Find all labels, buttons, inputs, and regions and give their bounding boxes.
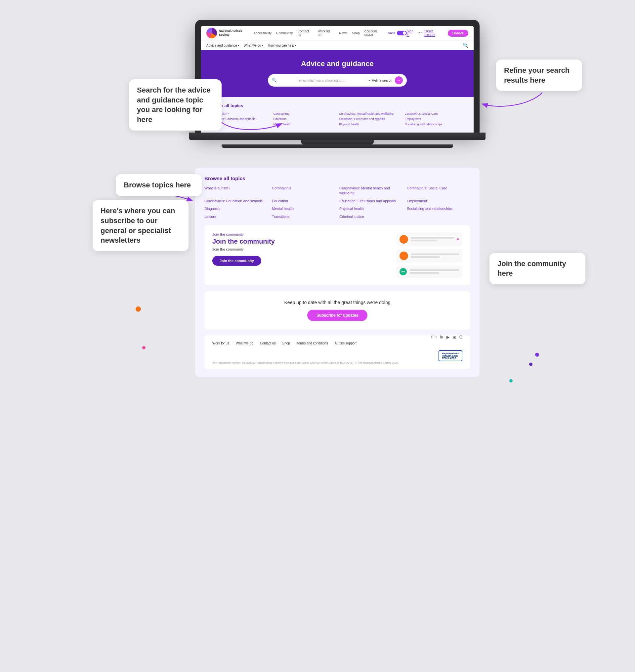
social-linkedin[interactable]: in xyxy=(440,335,443,339)
search-input[interactable]: Tell us what you are looking for... xyxy=(280,79,363,82)
search-go-button[interactable]: → xyxy=(395,76,403,84)
topic-link[interactable]: Socialising and relationships xyxy=(405,122,467,126)
callout-community: Join the community here xyxy=(489,253,585,284)
search-icon[interactable]: 🔍 xyxy=(463,43,468,48)
social-facebook[interactable]: f xyxy=(431,335,432,339)
lower-topic-link[interactable]: Education: Exclusions and appeals xyxy=(339,199,403,204)
footer-links: Work for us What we do Contact us Shop T… xyxy=(212,341,462,345)
community-card-2 xyxy=(396,249,462,263)
laptop-topics-section: Browse all topics What is autism? Corona… xyxy=(201,97,474,133)
social-instagram[interactable]: ◉ xyxy=(453,335,456,339)
site-hero: Advice and guidance 🔍 Tell us what you a… xyxy=(201,50,474,97)
refine-search-button[interactable]: ≡ Refine search xyxy=(366,79,392,82)
laptop-frame: National Autistic Society Accessibility … xyxy=(195,20,480,133)
card-lines-3 xyxy=(410,269,459,274)
topic-link[interactable]: Coronavirus: Mental health and wellbeing xyxy=(339,112,401,115)
filter-icon: ≡ xyxy=(368,79,370,82)
laptop-screen: National Autistic Society Accessibility … xyxy=(201,26,474,133)
lower-topic-link[interactable]: Physical health xyxy=(339,206,403,211)
nav-how-help[interactable]: How you can help xyxy=(268,44,296,47)
topbar-nav: Accessibility Community Contact us Work … xyxy=(253,29,407,37)
nav-news[interactable]: News xyxy=(339,31,347,35)
footer-social: f t in ▶ ◉ G xyxy=(431,335,462,339)
card-lines-1 xyxy=(411,237,454,241)
callout-search: Search for the advice and guidance topic… xyxy=(129,79,222,131)
lower-topic-link[interactable]: Transitions xyxy=(272,214,335,219)
site-footer: f t in ▶ ◉ G Work for us What we do Cont… xyxy=(204,336,470,369)
nav-advice[interactable]: Advice and guidance xyxy=(206,44,239,47)
community-section: Join the community Join the community Jo… xyxy=(204,225,470,285)
site-mainnav: Advice and guidance What we do How you c… xyxy=(201,41,474,50)
or-label: or xyxy=(419,31,422,35)
topic-link[interactable]: Mental health xyxy=(273,122,336,126)
lower-topic-link[interactable]: What is autism? xyxy=(204,186,268,196)
topic-link[interactable]: Education: Exclusions and appeals xyxy=(339,117,401,121)
nav-what-we-do[interactable]: What we do xyxy=(244,44,263,47)
logo-text: National Autistic Society xyxy=(219,29,254,37)
lower-topic-link[interactable]: Coronavirus: Social Care xyxy=(407,186,470,196)
lower-topic-link[interactable]: Coronavirus xyxy=(272,186,335,196)
callout-search-text: Search for the advice and guidance topic… xyxy=(137,86,211,124)
topic-link[interactable]: Education xyxy=(273,117,336,121)
avatar-user-3: GW xyxy=(399,268,407,275)
footer-autism[interactable]: Autism support xyxy=(334,341,356,345)
lower-topic-link[interactable]: Coronavirus: Mental health and wellbeing xyxy=(339,186,403,196)
card-line xyxy=(411,237,454,239)
card-line-short xyxy=(410,272,439,274)
colour-mode-label: COLOUR MODE xyxy=(365,30,387,36)
colour-mode-toggle[interactable] xyxy=(397,31,407,36)
lower-card: Browse all topics What is autism? Corona… xyxy=(195,167,480,377)
topic-link[interactable]: Coronavirus: Social Care xyxy=(405,112,467,115)
footer-work[interactable]: Work for us xyxy=(212,341,229,345)
refine-label: Refine search xyxy=(372,79,392,82)
callout-newsletter-text: Here's where you can subscribe to our ge… xyxy=(101,207,175,244)
social-twitter[interactable]: t xyxy=(436,335,437,339)
card-line-short xyxy=(411,240,437,241)
nav-accessibility[interactable]: Accessibility xyxy=(253,31,271,35)
footer-legal: VAT registration number: 653370930, regi… xyxy=(212,361,462,364)
nav-contact[interactable]: Contact us xyxy=(298,29,313,37)
create-account-link[interactable]: Create account xyxy=(424,29,446,37)
nav-community[interactable]: Community xyxy=(276,31,293,35)
footer-what[interactable]: What we do xyxy=(236,341,253,345)
footer-shop[interactable]: Shop xyxy=(282,341,290,345)
lower-topic-link[interactable]: Education xyxy=(272,199,335,204)
lower-topic-link[interactable]: Mental health xyxy=(272,206,335,211)
lower-topic-link[interactable]: Criminal justice xyxy=(339,214,403,219)
dot-purple-right xyxy=(535,353,539,357)
join-community-button[interactable]: Join the community xyxy=(212,256,261,266)
topic-link[interactable]: Coronavirus xyxy=(273,112,336,115)
lower-topic-link[interactable]: Socialising and relationships xyxy=(407,206,470,211)
search-icon-inner: 🔍 xyxy=(272,78,277,83)
subscribe-button[interactable]: Subscribe for updates xyxy=(307,310,368,321)
sign-in-link[interactable]: Sign in xyxy=(407,29,417,37)
dot-orange xyxy=(136,307,141,312)
lower-topic-link[interactable]: Coronavirus: Education and schools xyxy=(204,199,268,204)
heart-icon: ♥ xyxy=(457,237,459,242)
donate-button[interactable]: Donate xyxy=(448,30,468,37)
lower-topic-link[interactable]: Leisure xyxy=(204,214,268,219)
topic-link[interactable]: Physical health xyxy=(339,122,401,126)
mainnav-right: 🔍 xyxy=(463,43,468,48)
search-bar: 🔍 Tell us what you are looking for... ≡ … xyxy=(268,74,407,87)
community-card-3: GW xyxy=(396,265,462,278)
social-youtube[interactable]: ▶ xyxy=(446,335,450,339)
newsletter-section: Keep up to date with all the great thing… xyxy=(204,291,470,330)
topics-grid: What is autism? Coronavirus Coronavirus:… xyxy=(208,112,467,126)
social-google[interactable]: G xyxy=(459,335,462,339)
card-line xyxy=(411,253,459,255)
nav-shop[interactable]: Shop xyxy=(352,31,359,35)
colour-mode-value: Vivid xyxy=(388,31,395,35)
nav-work[interactable]: Work for us xyxy=(318,29,334,37)
fr-badge: Registered with FUNDRAISING REGULATOR xyxy=(439,350,462,361)
topic-link[interactable]: Employment xyxy=(405,117,467,121)
toggle-knob xyxy=(403,31,406,35)
callout-refine-text: Refine your search results here xyxy=(504,66,570,84)
community-card-1: ♥ xyxy=(396,232,462,246)
lower-topics-title: Browse all topics xyxy=(204,176,470,181)
footer-contact[interactable]: Contact us xyxy=(260,341,276,345)
lower-topic-link[interactable]: Employment xyxy=(407,199,470,204)
lower-topic-link[interactable]: Diagnosis xyxy=(204,206,268,211)
footer-terms[interactable]: Terms and conditions xyxy=(297,341,328,345)
card-line-short xyxy=(411,256,440,258)
